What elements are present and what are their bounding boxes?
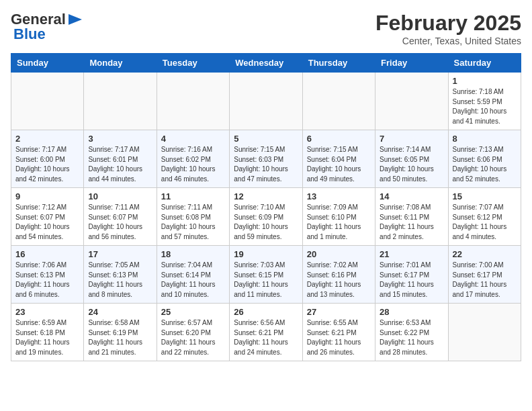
day-number: 13 (307, 191, 371, 201)
header-thursday: Thursday (302, 54, 375, 73)
day-info: Sunrise: 6:55 AMSunset: 6:21 PMDaylight:… (307, 318, 371, 357)
day-number: 18 (161, 249, 225, 259)
day-info: Sunrise: 7:16 AMSunset: 6:02 PMDaylight:… (161, 145, 225, 184)
calendar-cell: 22Sunrise: 7:00 AMSunset: 6:17 PMDayligh… (448, 246, 521, 304)
calendar-cell: 28Sunrise: 6:53 AMSunset: 6:22 PMDayligh… (375, 304, 448, 361)
day-number: 11 (161, 191, 225, 201)
calendar-cell: 24Sunrise: 6:58 AMSunset: 6:19 PMDayligh… (84, 304, 157, 361)
calendar-week-3: 9Sunrise: 7:12 AMSunset: 6:07 PMDaylight… (11, 188, 521, 246)
day-info: Sunrise: 7:02 AMSunset: 6:16 PMDaylight:… (307, 261, 371, 300)
day-info: Sunrise: 7:17 AMSunset: 6:00 PMDaylight:… (15, 145, 79, 184)
day-info: Sunrise: 7:15 AMSunset: 6:04 PMDaylight:… (307, 145, 371, 184)
calendar-cell: 27Sunrise: 6:55 AMSunset: 6:21 PMDayligh… (302, 304, 375, 361)
day-number: 24 (88, 307, 152, 317)
day-info: Sunrise: 7:00 AMSunset: 6:17 PMDaylight:… (453, 261, 517, 300)
day-number: 10 (88, 191, 152, 201)
calendar-cell: 5Sunrise: 7:15 AMSunset: 6:03 PMDaylight… (230, 130, 302, 188)
logo: General Blue (11, 11, 82, 43)
svg-marker-0 (69, 14, 82, 25)
calendar-cell: 14Sunrise: 7:08 AMSunset: 6:11 PMDayligh… (375, 188, 448, 246)
calendar-cell (448, 304, 521, 361)
calendar-cell: 9Sunrise: 7:12 AMSunset: 6:07 PMDaylight… (11, 188, 84, 246)
day-info: Sunrise: 7:17 AMSunset: 6:01 PMDaylight:… (88, 145, 152, 184)
calendar-cell: 11Sunrise: 7:11 AMSunset: 6:08 PMDayligh… (157, 188, 229, 246)
title-block: February 2025 Center, Texas, United Stat… (375, 11, 521, 46)
day-number: 9 (15, 191, 79, 201)
day-number: 12 (234, 191, 298, 201)
day-number: 27 (307, 307, 371, 317)
day-info: Sunrise: 7:15 AMSunset: 6:03 PMDaylight:… (234, 145, 298, 184)
day-number: 4 (161, 134, 225, 144)
month-year-title: February 2025 (375, 11, 521, 36)
day-info: Sunrise: 7:12 AMSunset: 6:07 PMDaylight:… (15, 203, 79, 242)
calendar-cell: 21Sunrise: 7:01 AMSunset: 6:17 PMDayligh… (375, 246, 448, 304)
day-number: 23 (15, 307, 79, 317)
logo-icon (69, 14, 82, 25)
day-number: 2 (15, 134, 79, 144)
calendar-cell (157, 73, 229, 130)
header-saturday: Saturday (448, 54, 521, 73)
logo-blue-text: Blue (13, 26, 46, 43)
calendar-cell: 1Sunrise: 7:18 AMSunset: 5:59 PMDaylight… (448, 73, 521, 130)
calendar-cell (84, 73, 157, 130)
day-number: 19 (234, 249, 298, 259)
day-info: Sunrise: 7:08 AMSunset: 6:11 PMDaylight:… (380, 203, 443, 242)
header-friday: Friday (375, 54, 448, 73)
day-number: 6 (307, 134, 371, 144)
day-info: Sunrise: 7:13 AMSunset: 6:06 PMDaylight:… (453, 145, 517, 184)
calendar-cell: 19Sunrise: 7:03 AMSunset: 6:15 PMDayligh… (230, 246, 302, 304)
day-info: Sunrise: 6:53 AMSunset: 6:22 PMDaylight:… (380, 318, 443, 357)
calendar-cell: 4Sunrise: 7:16 AMSunset: 6:02 PMDaylight… (157, 130, 229, 188)
day-info: Sunrise: 7:14 AMSunset: 6:05 PMDaylight:… (380, 145, 443, 184)
day-info: Sunrise: 7:01 AMSunset: 6:17 PMDaylight:… (380, 261, 443, 300)
day-info: Sunrise: 6:59 AMSunset: 6:18 PMDaylight:… (15, 318, 79, 357)
day-info: Sunrise: 7:04 AMSunset: 6:14 PMDaylight:… (161, 261, 225, 300)
day-info: Sunrise: 6:57 AMSunset: 6:20 PMDaylight:… (161, 318, 225, 357)
calendar-cell: 13Sunrise: 7:09 AMSunset: 6:10 PMDayligh… (302, 188, 375, 246)
day-number: 22 (453, 249, 517, 259)
day-number: 3 (88, 134, 152, 144)
calendar-cell: 20Sunrise: 7:02 AMSunset: 6:16 PMDayligh… (302, 246, 375, 304)
day-number: 25 (161, 307, 225, 317)
day-number: 5 (234, 134, 298, 144)
day-number: 7 (380, 134, 443, 144)
calendar-cell: 10Sunrise: 7:11 AMSunset: 6:07 PMDayligh… (84, 188, 157, 246)
calendar-cell: 7Sunrise: 7:14 AMSunset: 6:05 PMDaylight… (375, 130, 448, 188)
day-number: 8 (453, 134, 517, 144)
day-number: 14 (380, 191, 443, 201)
calendar-cell: 17Sunrise: 7:05 AMSunset: 6:13 PMDayligh… (84, 246, 157, 304)
day-number: 1 (453, 76, 517, 86)
calendar-cell: 6Sunrise: 7:15 AMSunset: 6:04 PMDaylight… (302, 130, 375, 188)
calendar-cell (302, 73, 375, 130)
day-number: 21 (380, 249, 443, 259)
day-info: Sunrise: 7:18 AMSunset: 5:59 PMDaylight:… (453, 87, 517, 126)
day-info: Sunrise: 7:11 AMSunset: 6:07 PMDaylight:… (88, 203, 152, 242)
day-info: Sunrise: 7:05 AMSunset: 6:13 PMDaylight:… (88, 261, 152, 300)
calendar-table: SundayMondayTuesdayWednesdayThursdayFrid… (11, 53, 521, 361)
calendar-cell: 25Sunrise: 6:57 AMSunset: 6:20 PMDayligh… (157, 304, 229, 361)
location-subtitle: Center, Texas, United States (375, 36, 521, 46)
calendar-cell: 15Sunrise: 7:07 AMSunset: 6:12 PMDayligh… (448, 188, 521, 246)
day-number: 28 (380, 307, 443, 317)
calendar-week-5: 23Sunrise: 6:59 AMSunset: 6:18 PMDayligh… (11, 304, 521, 361)
day-info: Sunrise: 7:03 AMSunset: 6:15 PMDaylight:… (234, 261, 298, 300)
calendar-cell: 23Sunrise: 6:59 AMSunset: 6:18 PMDayligh… (11, 304, 84, 361)
day-info: Sunrise: 7:06 AMSunset: 6:13 PMDaylight:… (15, 261, 79, 300)
day-number: 26 (234, 307, 298, 317)
calendar-cell: 18Sunrise: 7:04 AMSunset: 6:14 PMDayligh… (157, 246, 229, 304)
calendar-week-2: 2Sunrise: 7:17 AMSunset: 6:00 PMDaylight… (11, 130, 521, 188)
header-monday: Monday (84, 54, 157, 73)
day-info: Sunrise: 7:07 AMSunset: 6:12 PMDaylight:… (453, 203, 517, 242)
calendar-week-1: 1Sunrise: 7:18 AMSunset: 5:59 PMDaylight… (11, 73, 521, 130)
page-header: General Blue February 2025 Center, Texas… (11, 11, 521, 46)
calendar-cell: 26Sunrise: 6:56 AMSunset: 6:21 PMDayligh… (230, 304, 302, 361)
header-sunday: Sunday (11, 54, 84, 73)
day-number: 20 (307, 249, 371, 259)
day-number: 16 (15, 249, 79, 259)
day-number: 17 (88, 249, 152, 259)
calendar-cell: 16Sunrise: 7:06 AMSunset: 6:13 PMDayligh… (11, 246, 84, 304)
day-info: Sunrise: 7:09 AMSunset: 6:10 PMDaylight:… (307, 203, 371, 242)
calendar-cell: 3Sunrise: 7:17 AMSunset: 6:01 PMDaylight… (84, 130, 157, 188)
header-wednesday: Wednesday (230, 54, 302, 73)
day-info: Sunrise: 6:56 AMSunset: 6:21 PMDaylight:… (234, 318, 298, 357)
